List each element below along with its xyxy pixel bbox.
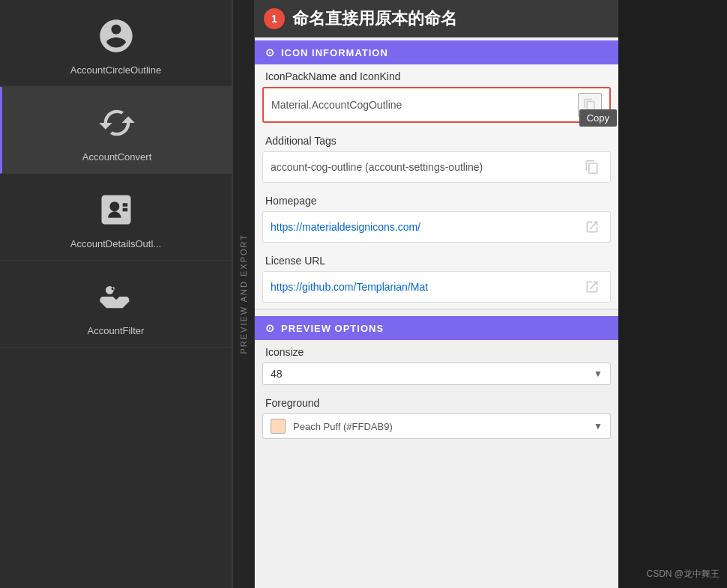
- icon-information-header: ⊙ ICON INFORMATION: [255, 40, 618, 64]
- foreground-label: Foreground: [255, 391, 618, 410]
- chevron-down-icon: ▼: [594, 369, 603, 379]
- foreground-chevron-down-icon: ▼: [594, 421, 603, 431]
- additional-tags-value-box: account-cog-outline (account-settings-ou…: [262, 151, 611, 183]
- preview-options-label: PREVIEW OPTIONS: [281, 323, 384, 334]
- sidebar-item-label-account-filter: AccountFilter: [88, 325, 145, 336]
- account-filter-icon: [94, 274, 139, 319]
- homepage-label: Homepage: [255, 189, 618, 208]
- foreground-value: Peach Puff (#FFDAB9): [293, 421, 393, 432]
- right-panel: CSDN @龙中舞王: [618, 0, 727, 588]
- icon-pack-value-box: Material.AccountCogOutline Copy: [262, 87, 611, 123]
- iconsize-label: Iconsize: [255, 340, 618, 360]
- csdn-watermark: CSDN @龙中舞王: [646, 568, 720, 581]
- iconsize-dropdown[interactable]: 48 ▼: [262, 363, 611, 385]
- additional-tags-copy-icon[interactable]: [582, 157, 603, 178]
- sidebar-item-label-account-convert: AccountConvert: [82, 151, 152, 163]
- preview-options-header: ⊙ PREVIEW OPTIONS: [255, 316, 618, 340]
- sidebar: AccountCircleOutline AccountConvert Acco…: [0, 0, 232, 588]
- foreground-dropdown[interactable]: Peach Puff (#FFDAB9) ▼: [262, 413, 611, 439]
- license-url-external-link-icon[interactable]: [582, 276, 603, 297]
- license-url-label: License URL: [255, 249, 618, 268]
- panel-divider-label: PREVIEW AND EXPORT: [239, 234, 248, 354]
- tooltip-banner: 1 命名直接用原本的命名: [255, 0, 618, 37]
- sidebar-item-account-filter[interactable]: AccountFilter: [0, 261, 232, 348]
- sidebar-item-label-account-details: AccountDetailsOutl...: [70, 238, 161, 249]
- icon-information-label: ICON INFORMATION: [281, 47, 388, 58]
- copy-icon-button[interactable]: [578, 93, 602, 117]
- additional-tags-label: Additional Tags: [255, 129, 618, 148]
- homepage-value-box: https://materialdesignicons.com/: [262, 211, 611, 243]
- tooltip-text: 命名直接用原本的命名: [292, 7, 457, 30]
- account-convert-icon: [94, 100, 139, 145]
- account-details-outline-icon: [94, 187, 139, 232]
- homepage-value: https://materialdesignicons.com/: [271, 221, 420, 233]
- license-url-value-box: https://github.com/Templarian/Mat: [262, 271, 611, 303]
- additional-tags-value: account-cog-outline (account-settings-ou…: [271, 161, 483, 173]
- panel-divider: PREVIEW AND EXPORT: [232, 0, 255, 588]
- preview-chevron-icon: ⊙: [265, 322, 275, 334]
- sidebar-item-label-account-circle-outline: AccountCircleOutline: [70, 64, 161, 76]
- main-panel: 1 命名直接用原本的命名 ⊙ ICON INFORMATION IconPack…: [255, 0, 618, 588]
- icon-information-section: IconPackName and IconKind Material.Accou…: [255, 64, 618, 310]
- homepage-external-link-icon[interactable]: [582, 216, 603, 237]
- chevron-icon: ⊙: [265, 46, 275, 58]
- iconsize-value: 48: [271, 368, 283, 380]
- sidebar-item-account-circle-outline[interactable]: AccountCircleOutline: [0, 0, 232, 87]
- icon-pack-value: Material.AccountCogOutline: [271, 99, 402, 111]
- icon-pack-label: IconPackName and IconKind: [255, 64, 618, 84]
- foreground-color-swatch: [271, 419, 286, 434]
- tooltip-number: 1: [264, 8, 285, 29]
- sidebar-item-account-details-outline[interactable]: AccountDetailsOutl...: [0, 174, 232, 261]
- preview-options-section: ⊙ PREVIEW OPTIONS Iconsize 48 ▼ Foregrou…: [255, 313, 618, 445]
- sidebar-item-account-convert[interactable]: AccountConvert: [0, 87, 232, 174]
- account-circle-outline-icon: [94, 13, 139, 58]
- license-url-value: https://github.com/Templarian/Mat: [271, 281, 428, 293]
